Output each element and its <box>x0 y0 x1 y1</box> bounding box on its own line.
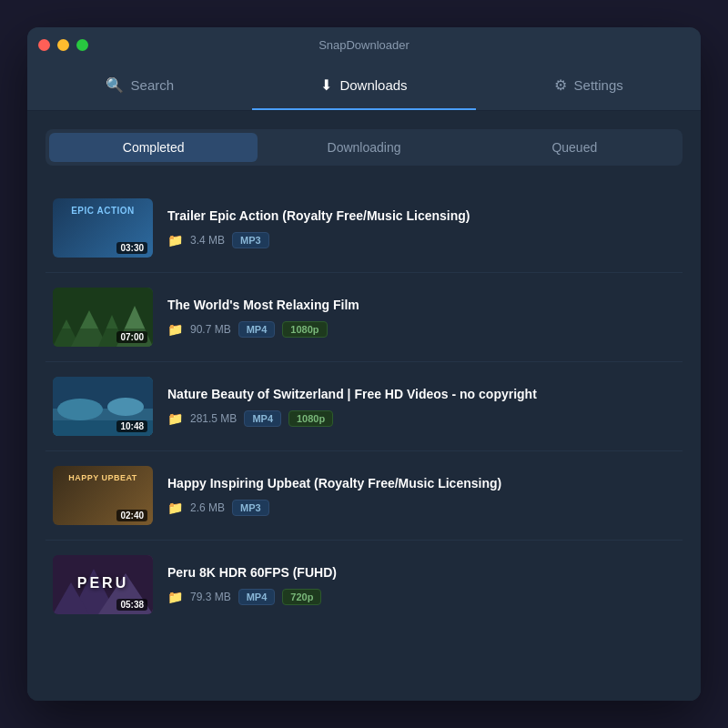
search-icon: 🔍 <box>106 76 124 94</box>
nav-item-downloads[interactable]: ⬇ Downloads <box>252 62 477 110</box>
format-badge: MP4 <box>244 410 281 427</box>
thumbnail: 10:48 <box>53 377 153 436</box>
download-icon: ⬇ <box>320 76 332 94</box>
nav-label-downloads: Downloads <box>339 77 407 93</box>
download-info: Nature Beauty of Switzerland | Free HD V… <box>167 386 675 426</box>
thumb-label: Epic Action <box>60 206 146 216</box>
thumb-duration: 03:30 <box>116 242 147 254</box>
download-title: The World's Most Relaxing Film <box>167 297 675 313</box>
app-title: SnapDownloader <box>318 38 410 52</box>
nav-label-settings: Settings <box>574 77 623 93</box>
format-badge: MP3 <box>232 232 269 248</box>
file-size: 79.3 MB <box>190 591 231 603</box>
download-title: Peru 8K HDR 60FPS (FUHD) <box>167 564 675 581</box>
download-title: Trailer Epic Action (Royalty Free/Music … <box>167 207 675 224</box>
list-item: Happy Upbeat 02:40 Happy Inspiring Upbea… <box>46 451 682 541</box>
app-window: SnapDownloader 🔍 Search ⬇ Downloads ⚙ Se… <box>27 27 701 701</box>
traffic-lights <box>38 39 88 51</box>
download-meta: 📁 79.3 MB MP4 720p <box>167 589 675 605</box>
thumb-duration: 07:00 <box>116 331 147 343</box>
file-size: 2.6 MB <box>190 501 225 514</box>
thumbnail: PERU 05:38 <box>53 555 153 614</box>
download-info: Happy Inspiring Upbeat (Royalty Free/Mus… <box>167 475 675 515</box>
tab-queued[interactable]: Queued <box>470 133 679 162</box>
folder-icon: 📁 <box>167 500 183 515</box>
title-bar: SnapDownloader <box>27 27 701 62</box>
resolution-badge: 1080p <box>288 410 333 427</box>
content-area: Completed Downloading Queued Epic Action… <box>27 111 701 701</box>
format-badge: MP4 <box>238 589 276 605</box>
download-list: Epic Action 03:30 Trailer Epic Action (R… <box>46 184 682 629</box>
thumb-duration: 02:40 <box>116 510 147 521</box>
nav-bar: 🔍 Search ⬇ Downloads ⚙ Settings <box>27 62 701 111</box>
list-item: Epic Action 03:30 Trailer Epic Action (R… <box>46 184 682 273</box>
download-info: The World's Most Relaxing Film 📁 90.7 MB… <box>167 297 675 337</box>
list-item: PERU 05:38 Peru 8K HDR 60FPS (FUHD) 📁 79… <box>46 541 682 629</box>
thumb-label: Happy Upbeat <box>60 473 146 482</box>
file-size: 3.4 MB <box>190 234 225 247</box>
thumb-duration: 10:48 <box>116 420 147 432</box>
download-title: Nature Beauty of Switzerland | Free HD V… <box>167 386 675 402</box>
download-meta: 📁 281.5 MB MP4 1080p <box>167 410 675 427</box>
list-item: 10:48 Nature Beauty of Switzerland | Fre… <box>46 362 682 451</box>
folder-icon: 📁 <box>167 322 183 337</box>
resolution-badge: 720p <box>282 589 321 605</box>
tab-downloading[interactable]: Downloading <box>259 133 468 162</box>
folder-icon: 📁 <box>167 590 183 604</box>
download-title: Happy Inspiring Upbeat (Royalty Free/Mus… <box>167 475 675 491</box>
download-info: Trailer Epic Action (Royalty Free/Music … <box>167 207 675 248</box>
list-item: 07:00 The World's Most Relaxing Film 📁 9… <box>46 273 682 362</box>
thumbnail: 07:00 <box>53 288 153 347</box>
thumb-duration: 05:38 <box>116 599 147 611</box>
download-info: Peru 8K HDR 60FPS (FUHD) 📁 79.3 MB MP4 7… <box>167 564 675 604</box>
thumbnail: Epic Action 03:30 <box>53 198 153 258</box>
download-meta: 📁 2.6 MB MP3 <box>167 500 675 516</box>
nav-item-search[interactable]: 🔍 Search <box>27 62 252 110</box>
resolution-badge: 1080p <box>282 321 327 338</box>
file-size: 90.7 MB <box>190 323 231 336</box>
folder-icon: 📁 <box>167 411 183 426</box>
maximize-button[interactable] <box>76 39 88 51</box>
close-button[interactable] <box>38 39 50 51</box>
format-badge: MP3 <box>232 500 269 516</box>
tab-completed[interactable]: Completed <box>49 133 258 162</box>
peru-label: PERU <box>77 575 128 592</box>
folder-icon: 📁 <box>167 233 183 248</box>
svg-point-8 <box>57 399 103 420</box>
download-meta: 📁 90.7 MB MP4 1080p <box>167 321 675 338</box>
nav-item-settings[interactable]: ⚙ Settings <box>476 62 701 110</box>
thumbnail: Happy Upbeat 02:40 <box>53 466 153 525</box>
minimize-button[interactable] <box>57 39 69 51</box>
tabs-container: Completed Downloading Queued <box>46 129 682 166</box>
format-badge: MP4 <box>238 321 276 338</box>
download-meta: 📁 3.4 MB MP3 <box>167 232 675 248</box>
file-size: 281.5 MB <box>190 412 237 425</box>
svg-point-9 <box>107 398 144 416</box>
nav-label-search: Search <box>131 77 175 93</box>
gear-icon: ⚙ <box>554 76 567 94</box>
